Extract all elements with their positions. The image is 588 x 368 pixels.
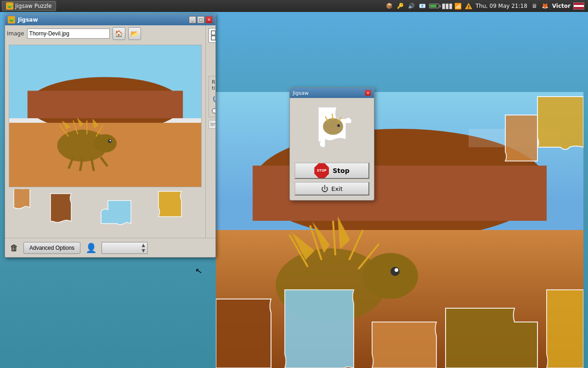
taskbar-username: Victor: [552, 3, 571, 9]
image-row: Image 🏠 📂: [7, 27, 204, 40]
svg-point-45: [337, 124, 340, 127]
folder-button[interactable]: 📂: [128, 27, 141, 40]
exit-label: Exit: [331, 185, 343, 192]
stop-label: Stop: [333, 167, 349, 174]
maximize-button[interactable]: □: [197, 16, 204, 23]
stop-dialog: Jigsaw ✕ STOP Stop ⏻ Exit: [289, 87, 374, 201]
image-label: Image: [7, 30, 24, 37]
advanced-options-button[interactable]: Advanced Options: [23, 242, 80, 254]
rotate-freely-option[interactable]: Freely: [212, 108, 215, 114]
difficulty-spinner[interactable]: ▲ ▼: [102, 242, 147, 254]
minimize-button[interactable]: _: [189, 16, 196, 23]
svg-rect-3: [9, 123, 201, 187]
rotate-ccw-button[interactable]: ↺: [212, 93, 215, 106]
large-puzzle-area: [216, 92, 583, 368]
dialog-title: Jigsaw: [293, 90, 365, 96]
system-icon-3: 🔊: [407, 2, 415, 10]
stop-sign-icon: STOP: [314, 163, 329, 178]
top-right-pieces: [423, 92, 583, 230]
rotate-title: Rotate tiles: [212, 79, 215, 91]
svg-rect-21: [211, 36, 215, 40]
spinner-arrows[interactable]: ▲ ▼: [141, 242, 145, 253]
home-button[interactable]: 🏠: [113, 27, 125, 40]
pieces-bottom-left: [7, 189, 204, 230]
dialog-body: STOP Stop ⏻ Exit: [290, 98, 374, 200]
taskbar-time: Thu, 09 May 21:18: [475, 3, 527, 9]
close-button[interactable]: ✕: [205, 16, 213, 23]
browser-icon: 🦊: [541, 2, 549, 10]
puzzle-piece-3: [99, 198, 149, 230]
svg-rect-2: [28, 91, 183, 118]
taskbar-app-jigsaw[interactable]: 🧩 Jigsaw Puzzle: [2, 1, 56, 11]
window-titlebar: 🧩 Jigsaw _ □ ✕: [5, 14, 215, 25]
window-app-icon: 🧩: [8, 16, 15, 23]
exit-button[interactable]: ⏻ Exit: [294, 182, 369, 196]
screen-icon: 🖥: [530, 2, 538, 10]
image-filename-input[interactable]: [27, 29, 110, 39]
bottom-bar: 🗑 Advanced Options 👤 ▲ ▼: [5, 238, 215, 257]
svg-point-11: [109, 140, 111, 141]
volume-icon: 📧: [418, 2, 426, 10]
grid-view-button[interactable]: [209, 28, 215, 43]
taskbar-app-label: Jigsaw Puzzle: [15, 3, 52, 9]
system-icon-1: 📦: [385, 2, 393, 10]
system-icon-2: 🔑: [396, 2, 404, 10]
rotate-section: Rotate tiles ↺ Freely: [209, 76, 215, 117]
puzzle-piece-2: [44, 191, 99, 230]
freely-radio[interactable]: [212, 108, 215, 114]
options-panel: Rotate tiles ↺ Freely Image: [205, 25, 215, 238]
svg-point-41: [323, 118, 343, 135]
signal-icon: ▊▊▊: [443, 2, 452, 10]
puzzle-window: 🧩 Jigsaw _ □ ✕ Image 🏠 📂: [5, 14, 216, 258]
dialog-close-button[interactable]: ✕: [365, 90, 371, 96]
dialog-titlebar: Jigsaw ✕: [290, 88, 374, 98]
svg-point-9: [94, 134, 117, 153]
wifi-icon: 📶: [454, 3, 462, 10]
person-icon: 👤: [84, 241, 98, 255]
warning-icon: [464, 2, 473, 10]
puzzle-piece-silhouette: [305, 103, 360, 158]
svg-rect-19: [211, 31, 215, 35]
window-title: Jigsaw: [18, 17, 186, 23]
puzzle-piece-4: [154, 189, 204, 224]
preview-image: [9, 45, 201, 187]
trash-button[interactable]: 🗑: [9, 242, 20, 254]
jigsaw-app-icon: 🧩: [6, 2, 13, 10]
bottom-pieces: [216, 253, 583, 368]
taskbar-right: 📦 🔑 🔊 📧 ▊▊▊ 📶 Thu, 09 May 21:18 🖥 🦊 Vict…: [385, 2, 588, 10]
power-icon: ⏻: [321, 184, 328, 193]
taskbar: 🧩 Jigsaw Puzzle 📦 🔑 🔊 📧 ▊▊▊ 📶 Thu, 09 Ma…: [0, 0, 588, 12]
grid-icon: [211, 30, 215, 40]
image-info-label: Image: [209, 120, 215, 129]
stop-button[interactable]: STOP Stop: [294, 162, 369, 179]
image-preview-small: Image: [209, 120, 215, 143]
window-controls: _ □ ✕: [189, 16, 213, 23]
taskbar-left: 🧩 Jigsaw Puzzle: [0, 1, 56, 11]
window-content: Image 🏠 📂: [5, 25, 215, 257]
puzzle-preview: [9, 45, 202, 187]
battery-icon: [429, 4, 441, 8]
flag-icon: [573, 2, 584, 10]
